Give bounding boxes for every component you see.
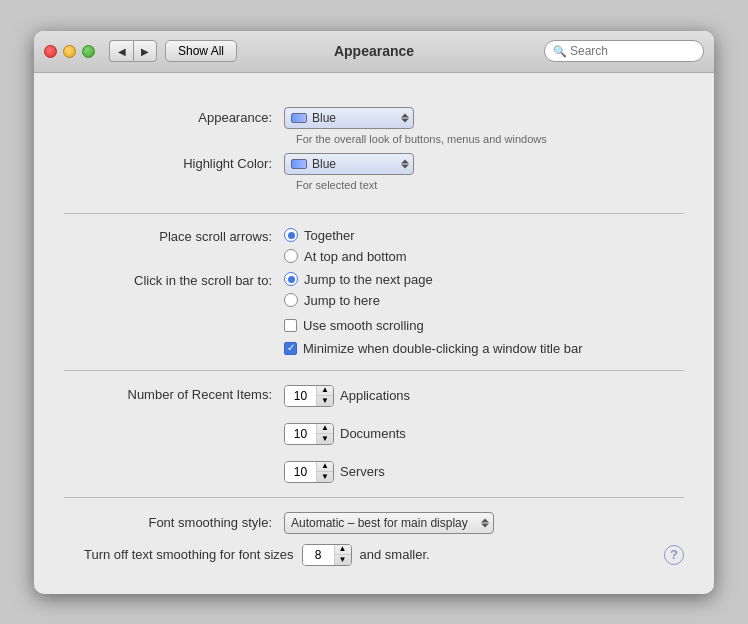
appearance-row: Appearance: Blue — [64, 107, 684, 129]
documents-stepper[interactable]: 10 ▲ ▼ — [284, 423, 334, 445]
applications-label: Applications — [340, 388, 410, 403]
together-radio[interactable] — [284, 228, 298, 242]
servers-label: Servers — [340, 464, 385, 479]
applications-stepper-arrows[interactable]: ▲ ▼ — [317, 386, 333, 406]
blue-swatch — [291, 113, 307, 123]
forward-button[interactable]: ▶ — [133, 40, 157, 62]
arrow-down-icon — [481, 523, 489, 527]
traffic-lights — [44, 45, 95, 58]
font-smooth-label: Font smoothing style: — [64, 515, 284, 530]
servers-stepper[interactable]: 10 ▲ ▼ — [284, 461, 334, 483]
smooth-scroll-label: Use smooth scrolling — [303, 318, 424, 333]
highlight-select[interactable]: Blue — [284, 153, 414, 175]
smaller-label: and smaller. — [360, 547, 430, 562]
servers-step-up[interactable]: ▲ — [317, 462, 333, 472]
nav-buttons: ◀ ▶ — [109, 40, 157, 62]
minimize-checkbox-row: Minimize when double-clicking a window t… — [284, 341, 583, 356]
together-label: Together — [304, 228, 355, 243]
applications-step-up[interactable]: ▲ — [317, 386, 333, 396]
highlight-value: Blue — [312, 157, 336, 171]
show-all-button[interactable]: Show All — [165, 40, 237, 62]
font-section: Font smoothing style: Automatic – best f… — [64, 498, 684, 574]
jump-here-radio[interactable] — [284, 293, 298, 307]
recent-items-section: Number of Recent Items: 10 ▲ ▼ Applicati… — [64, 371, 684, 498]
servers-stepper-arrows[interactable]: ▲ ▼ — [317, 462, 333, 482]
arrow-up-icon — [401, 113, 409, 117]
documents-label: Documents — [340, 426, 406, 441]
text-smooth-label: Turn off text smoothing for font sizes — [84, 547, 294, 562]
jump-here-radio-row: Jump to here — [284, 293, 433, 308]
window-title: Appearance — [334, 43, 414, 59]
text-smooth-stepper[interactable]: 8 ▲ ▼ — [302, 544, 352, 566]
scroll-section: Place scroll arrows: Together At top and… — [64, 214, 684, 371]
minimize-button[interactable] — [63, 45, 76, 58]
applications-stepper[interactable]: 10 ▲ ▼ — [284, 385, 334, 407]
highlight-label: Highlight Color: — [64, 156, 284, 171]
servers-value: 10 — [285, 462, 317, 482]
documents-row: 10 ▲ ▼ Documents — [284, 423, 410, 445]
appearance-label: Appearance: — [64, 110, 284, 125]
font-smooth-row: Font smoothing style: Automatic – best f… — [64, 512, 684, 534]
highlight-arrow — [401, 159, 409, 168]
appearance-section: Appearance: Blue For the overall look of… — [64, 93, 684, 214]
recent-items-label: Number of Recent Items: — [64, 385, 284, 402]
recent-items-controls: 10 ▲ ▼ Applications 10 ▲ — [284, 385, 410, 483]
scroll-arrows-group: Together At top and bottom — [284, 228, 407, 264]
smooth-scroll-checkbox-row: Use smooth scrolling — [284, 318, 424, 333]
appearance-hint: For the overall look of buttons, menus a… — [296, 133, 684, 145]
font-smooth-value: Automatic – best for main display — [291, 516, 468, 530]
scroll-bar-row: Click in the scroll bar to: Jump to the … — [64, 272, 684, 308]
font-smooth-select[interactable]: Automatic – best for main display — [284, 512, 494, 534]
arrow-down-icon — [401, 164, 409, 168]
arrow-down-icon — [401, 118, 409, 122]
search-input[interactable] — [570, 44, 695, 58]
next-page-radio[interactable] — [284, 272, 298, 286]
documents-stepper-arrows[interactable]: ▲ ▼ — [317, 424, 333, 444]
main-window: ◀ ▶ Show All Appearance 🔍 Appearance: Bl… — [34, 31, 714, 594]
highlight-swatch — [291, 159, 307, 169]
highlight-row: Highlight Color: Blue — [64, 153, 684, 175]
close-button[interactable] — [44, 45, 57, 58]
next-page-radio-row: Jump to the next page — [284, 272, 433, 287]
together-radio-row: Together — [284, 228, 407, 243]
recent-items-container: Number of Recent Items: 10 ▲ ▼ Applicati… — [64, 385, 684, 483]
scroll-arrows-row: Place scroll arrows: Together At top and… — [64, 228, 684, 264]
applications-row: 10 ▲ ▼ Applications — [284, 385, 410, 407]
documents-step-down[interactable]: ▼ — [317, 434, 333, 444]
search-icon: 🔍 — [553, 45, 567, 58]
content-area: Appearance: Blue For the overall look of… — [34, 73, 714, 594]
smooth-scroll-checkbox[interactable] — [284, 319, 297, 332]
highlight-hint: For selected text — [296, 179, 684, 191]
servers-step-down[interactable]: ▼ — [317, 472, 333, 482]
text-smooth-value: 8 — [303, 545, 335, 565]
font-smooth-arrow — [481, 518, 489, 527]
appearance-arrow — [401, 113, 409, 122]
minimize-row: Minimize when double-clicking a window t… — [64, 341, 684, 356]
servers-row: 10 ▲ ▼ Servers — [284, 461, 410, 483]
text-smooth-step-down[interactable]: ▼ — [335, 555, 351, 565]
top-bottom-label: At top and bottom — [304, 249, 407, 264]
applications-value: 10 — [285, 386, 317, 406]
top-bottom-radio-row: At top and bottom — [284, 249, 407, 264]
jump-here-label: Jump to here — [304, 293, 380, 308]
text-smooth-stepper-arrows[interactable]: ▲ ▼ — [335, 545, 351, 565]
text-smooth-row: Turn off text smoothing for font sizes 8… — [64, 544, 684, 566]
arrow-up-icon — [401, 159, 409, 163]
help-button[interactable]: ? — [664, 545, 684, 565]
smooth-scroll-row: Use smooth scrolling — [64, 318, 684, 333]
appearance-value: Blue — [312, 111, 336, 125]
search-box[interactable]: 🔍 — [544, 40, 704, 62]
back-button[interactable]: ◀ — [109, 40, 133, 62]
top-bottom-radio[interactable] — [284, 249, 298, 263]
scroll-bar-group: Jump to the next page Jump to here — [284, 272, 433, 308]
applications-step-down[interactable]: ▼ — [317, 396, 333, 406]
text-smooth-step-up[interactable]: ▲ — [335, 545, 351, 555]
documents-step-up[interactable]: ▲ — [317, 424, 333, 434]
documents-value: 10 — [285, 424, 317, 444]
maximize-button[interactable] — [82, 45, 95, 58]
minimize-checkbox[interactable] — [284, 342, 297, 355]
minimize-label: Minimize when double-clicking a window t… — [303, 341, 583, 356]
title-bar: ◀ ▶ Show All Appearance 🔍 — [34, 31, 714, 73]
appearance-select[interactable]: Blue — [284, 107, 414, 129]
next-page-label: Jump to the next page — [304, 272, 433, 287]
